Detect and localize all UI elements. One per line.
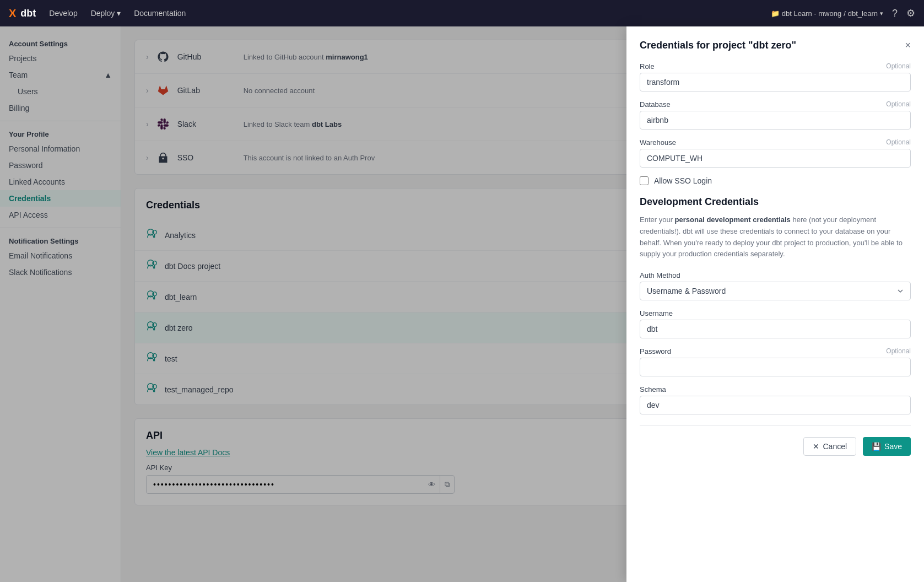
nav-documentation-link[interactable]: Documentation xyxy=(134,9,186,18)
warehouse-field-label: Warehouse Optional xyxy=(640,138,911,147)
nav-develop-link[interactable]: Develop xyxy=(49,9,77,18)
password-field-group: Password Optional xyxy=(640,347,911,376)
allow-sso-label: Allow SSO Login xyxy=(654,176,712,185)
dev-credentials-description: Enter your personal development credenti… xyxy=(640,214,911,260)
allow-sso-row: Allow SSO Login xyxy=(640,176,911,185)
schema-field-group: Schema xyxy=(640,385,911,414)
schema-input[interactable] xyxy=(640,396,911,414)
modal-overlay[interactable]: Credentials for project "dbt zero" × Rol… xyxy=(0,26,924,582)
save-disk-icon: 💾 xyxy=(872,442,881,451)
schema-field-label: Schema xyxy=(640,385,911,394)
dev-credentials-title: Development Credentials xyxy=(640,196,911,208)
dev-credentials-section: Development Credentials Enter your perso… xyxy=(640,196,911,414)
folder-icon: 📁 xyxy=(771,9,780,18)
role-input[interactable] xyxy=(640,73,911,91)
cancel-button[interactable]: ✕ Cancel xyxy=(803,437,856,456)
auth-method-field-group: Auth Method Username & Password SSO Key … xyxy=(640,271,911,300)
modal-title: Credentials for project "dbt zero" xyxy=(640,40,796,51)
database-input[interactable] xyxy=(640,111,911,130)
cancel-label: Cancel xyxy=(823,442,847,451)
auth-method-select[interactable]: Username & Password SSO Key Pair xyxy=(640,282,911,300)
nav-deploy-link[interactable]: Deploy ▾ xyxy=(91,9,121,18)
credentials-modal: Credentials for project "dbt zero" × Rol… xyxy=(626,26,924,582)
settings-icon[interactable]: ⚙ xyxy=(906,7,915,19)
modal-close-button[interactable]: × xyxy=(905,40,911,51)
auth-method-field-label: Auth Method xyxy=(640,271,911,279)
save-label: Save xyxy=(884,442,902,451)
database-field-label: Database Optional xyxy=(640,100,911,109)
modal-header: Credentials for project "dbt zero" × xyxy=(640,40,911,51)
logo-x-icon: X xyxy=(9,7,16,20)
warehouse-input[interactable] xyxy=(640,149,911,168)
database-field-group: Database Optional xyxy=(640,100,911,130)
help-icon[interactable]: ? xyxy=(892,8,898,19)
save-button[interactable]: 💾 Save xyxy=(863,437,911,456)
username-field-label: Username xyxy=(640,309,911,317)
role-field-group: Role Optional xyxy=(640,62,911,91)
logo[interactable]: X dbt xyxy=(9,7,36,20)
warehouse-field-group: Warehouse Optional xyxy=(640,138,911,168)
project-chevron-icon: ▾ xyxy=(880,10,883,17)
username-field-group: Username xyxy=(640,309,911,338)
cancel-x-icon: ✕ xyxy=(813,442,819,451)
project-name: dbt_learn xyxy=(848,9,878,18)
password-field-label: Password Optional xyxy=(640,347,911,355)
role-field-label: Role Optional xyxy=(640,62,911,71)
logo-dbt-text: dbt xyxy=(20,8,36,19)
username-input[interactable] xyxy=(640,320,911,338)
modal-footer: ✕ Cancel 💾 Save xyxy=(640,425,911,456)
password-input[interactable] xyxy=(640,358,911,376)
project-separator: / xyxy=(844,9,846,18)
nav-left: X dbt Develop Deploy ▾ Documentation xyxy=(9,7,186,20)
nav-right: 📁 dbt Learn - mwong / dbt_learn ▾ ? ⚙ xyxy=(771,7,915,19)
top-navigation: X dbt Develop Deploy ▾ Documentation 📁 d… xyxy=(0,0,924,26)
project-folder-name: dbt Learn - mwong xyxy=(782,9,841,18)
allow-sso-checkbox[interactable] xyxy=(640,176,649,185)
project-selector[interactable]: 📁 dbt Learn - mwong / dbt_learn ▾ xyxy=(771,9,883,18)
